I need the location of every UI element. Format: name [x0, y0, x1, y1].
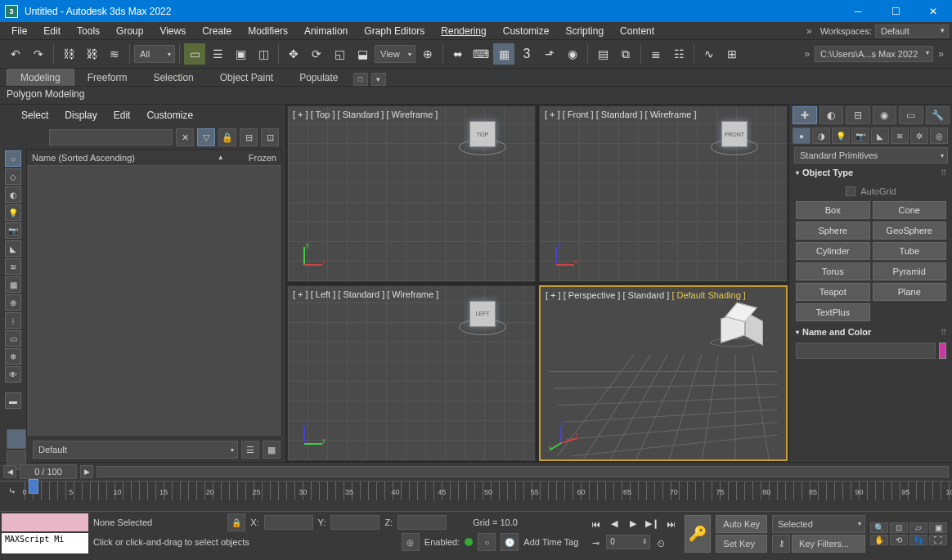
nav-zoomall-icon[interactable]: ⊡: [890, 522, 908, 533]
key-mode-icon[interactable]: ⊸: [586, 535, 604, 553]
viewport-top[interactable]: [ + ] [ Top ] [ Standard ] [ Wireframe ]…: [287, 105, 536, 282]
filter-helpers-icon[interactable]: ◣: [5, 240, 21, 257]
curve-editor-button[interactable]: ∿: [698, 43, 720, 65]
enabled-dot-icon[interactable]: [465, 538, 473, 546]
obj-geosphere[interactable]: GeoSphere: [873, 222, 947, 240]
menu-create[interactable]: Create: [194, 24, 240, 38]
y-coord-input[interactable]: [330, 515, 379, 530]
sub-cameras-icon[interactable]: 📷: [851, 128, 869, 144]
angle-snap-button[interactable]: 3: [516, 43, 537, 65]
maxscript-listener[interactable]: MAXScript Mi: [2, 533, 88, 554]
menu-modifiers[interactable]: Modifiers: [240, 24, 296, 38]
select-object-button[interactable]: ▭: [184, 43, 205, 65]
manipulate-button[interactable]: ⬌: [447, 43, 469, 65]
move-button[interactable]: ✥: [283, 43, 304, 65]
current-frame-spinner[interactable]: 0: [606, 535, 650, 549]
workspace-dropdown[interactable]: Default: [875, 25, 949, 38]
nav-fov-icon[interactable]: ▱: [909, 522, 927, 533]
filter-cameras-icon[interactable]: 📷: [5, 222, 21, 239]
x-coord-input[interactable]: [264, 515, 313, 530]
menu-tools[interactable]: Tools: [69, 24, 108, 38]
goto-start-button[interactable]: ⏮: [586, 515, 604, 533]
snaps-toggle-button[interactable]: ▦: [493, 43, 514, 65]
rotate-button[interactable]: ⟳: [306, 43, 327, 65]
isolate-icon[interactable]: ◎: [402, 533, 420, 551]
filter-bone-icon[interactable]: ⟊: [5, 312, 21, 329]
nav-walk-icon[interactable]: 👣: [909, 535, 927, 545]
filter-container-icon[interactable]: ▭: [5, 330, 21, 347]
obj-torus[interactable]: Torus: [796, 262, 870, 280]
window-crossing-button[interactable]: ◫: [253, 43, 274, 65]
menu-overflow-icon[interactable]: »: [806, 25, 812, 37]
ribbon-tab-modeling[interactable]: Modeling: [7, 69, 74, 86]
menu-scripting[interactable]: Scripting: [557, 24, 612, 38]
mirror-button[interactable]: ⧉: [615, 43, 636, 65]
key-filters-button[interactable]: Key Filters...: [792, 535, 865, 553]
filter-groups-icon[interactable]: ▦: [5, 276, 21, 293]
obj-teapot[interactable]: Teapot: [796, 283, 870, 301]
select-region-button[interactable]: ▣: [230, 43, 251, 65]
setkey-button[interactable]: Set Key: [716, 535, 767, 553]
filter-hidden-icon[interactable]: 👁: [5, 366, 21, 383]
viewport-perspective[interactable]: [ + ] [ Perspective ] [ Standard ] [ Def…: [539, 285, 788, 462]
sub-shapes-icon[interactable]: ◑: [812, 128, 830, 144]
rollout-object-type[interactable]: Object Type⠿: [789, 165, 952, 180]
menu-edit[interactable]: Edit: [35, 24, 69, 38]
spinner-snap-button[interactable]: ◉: [562, 43, 583, 65]
pivot-button[interactable]: ⊕: [417, 43, 438, 65]
se-menu-customize[interactable]: Customize: [138, 108, 201, 123]
scene-list[interactable]: Name (Sorted Ascending) ▲ Frozen: [26, 149, 282, 437]
ribbon-options-icon[interactable]: ▾: [371, 73, 386, 86]
redo-button[interactable]: ↷: [28, 43, 49, 65]
sub-geometry-icon[interactable]: ●: [793, 128, 811, 144]
lock-selection-icon[interactable]: 🔒: [227, 513, 245, 531]
scene-filter-input[interactable]: [49, 129, 173, 146]
sort-asc-icon[interactable]: ▲: [218, 154, 224, 161]
filter-frozen-icon[interactable]: ❄: [5, 348, 21, 365]
viewport-persp-label[interactable]: [ + ] [ Perspective ] [ Standard ] [ Def…: [546, 290, 746, 300]
viewcube-top[interactable]: TOP: [469, 121, 496, 147]
placement-button[interactable]: ⬓: [352, 43, 373, 65]
toolbar-overflow2-icon[interactable]: »: [938, 48, 944, 60]
scene-filter-toggle-icon[interactable]: ▽: [197, 128, 215, 146]
nav-zoom-icon[interactable]: 🔍: [870, 522, 888, 533]
schematic-button[interactable]: ⊞: [721, 43, 743, 65]
next-frame-button[interactable]: ▶❙: [643, 515, 661, 533]
autokey-button[interactable]: Auto Key: [716, 515, 767, 533]
scene-col-name[interactable]: Name (Sorted Ascending): [32, 153, 218, 163]
obj-sphere[interactable]: Sphere: [796, 222, 870, 240]
link-button[interactable]: ⛓: [58, 43, 79, 65]
viewport-left-label[interactable]: [ + ] [ Left ] [ Standard ] [ Wireframe …: [293, 289, 438, 299]
maximize-button[interactable]: ☐: [877, 0, 914, 22]
time-config-button[interactable]: ⏲: [652, 535, 670, 553]
z-coord-input[interactable]: [397, 515, 447, 530]
nav-zoomext-icon[interactable]: ▣: [929, 522, 947, 533]
obj-cone[interactable]: Cone: [873, 201, 947, 219]
filter-geometry-icon[interactable]: ◇: [5, 168, 21, 185]
menu-views[interactable]: Views: [151, 24, 194, 38]
prev-frame-button[interactable]: ◀: [605, 515, 623, 533]
layer-button[interactable]: ☷: [668, 43, 689, 65]
ribbon-tab-freeform[interactable]: Freeform: [74, 69, 141, 86]
scene-lock-icon[interactable]: 🔒: [218, 128, 236, 146]
cmd-tab-display[interactable]: ▭: [899, 106, 923, 124]
unlink-button[interactable]: ⛓̸: [81, 43, 102, 65]
timeline-ruler[interactable]: 0510152025303540455055606570758085909510…: [25, 482, 952, 500]
filter-xrefs-icon[interactable]: ⊕: [5, 294, 21, 311]
project-path-dropdown[interactable]: C:\Users\A...s Max 2022: [815, 46, 933, 62]
obj-cylinder[interactable]: Cylinder: [796, 242, 870, 260]
timeline-playhead[interactable]: [29, 479, 38, 494]
obj-textplus[interactable]: TextPlus: [796, 303, 870, 321]
menu-animation[interactable]: Animation: [296, 24, 356, 38]
filter-shapes-icon[interactable]: ◐: [5, 186, 21, 203]
layer-toggle2-icon[interactable]: ▦: [263, 441, 281, 459]
cmd-tab-motion[interactable]: ◉: [873, 106, 897, 124]
key-selected-dropdown[interactable]: Selected: [772, 515, 865, 533]
viewport-layout-4-icon[interactable]: [7, 429, 26, 449]
timeline-keymode-icon[interactable]: ⤷: [0, 482, 25, 500]
viewport-front[interactable]: [ + ] [ Front ] [ Standard ] [ Wireframe…: [539, 105, 788, 282]
sub-helpers-icon[interactable]: ◣: [871, 128, 889, 144]
se-menu-edit[interactable]: Edit: [106, 108, 139, 123]
se-menu-display[interactable]: Display: [56, 108, 105, 123]
minimize-button[interactable]: ─: [839, 0, 877, 22]
